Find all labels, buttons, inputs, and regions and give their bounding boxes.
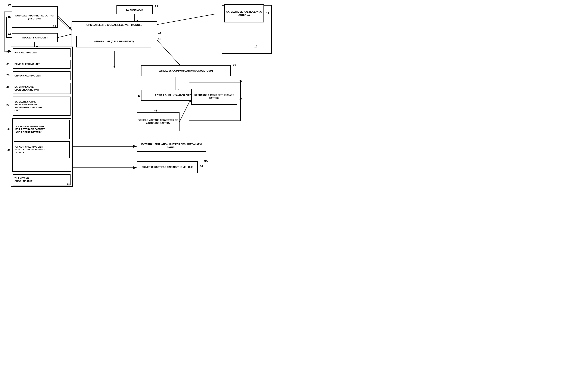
satellite-ant-box: SATELLITE SIGNAL RECEIVING ANTENNA xyxy=(224,4,264,22)
svg-line-10 xyxy=(157,14,216,25)
ign-box: IGN CHECKING UNIT xyxy=(13,48,71,57)
sat-short-box: SATELLITE SIGNALRECEIVING ANTENNASHORT/O… xyxy=(13,97,71,116)
voltage-exam-box: VOLTAGE EXAMINER UNITFOR A STORAGE BATTE… xyxy=(14,120,70,139)
ext-cover-box: EXTERNAL COVEROPEN CHECKING UNIT xyxy=(13,83,71,94)
sat-short-label: SATELLITE SIGNALRECEIVING ANTENNASHORT/O… xyxy=(15,100,42,112)
recharge-label: RECHARGE CIRCUIT OF THE SPARE BATTERY xyxy=(193,94,235,99)
power-switch-label: POWER SUPPLY SWITCH CIRCUIT xyxy=(155,94,196,97)
ref-23: 23 xyxy=(6,50,9,54)
trigger-box: TRIGGER SIGNAL UNIT xyxy=(12,33,58,42)
svg-line-11 xyxy=(58,34,72,38)
memory-box: MEMORY UNIT (A FLASH MEMORY) xyxy=(76,36,151,47)
piso-box: PARALLEL INPUT/SERIAL OUTPUT (PISO) UNIT xyxy=(12,6,58,28)
svg-line-6 xyxy=(58,16,72,29)
ref-44: 44 xyxy=(239,97,242,100)
ref-28: 28 xyxy=(67,183,70,186)
ref-45: 45 xyxy=(154,109,157,112)
keypad-label: KEYPAD LOCK xyxy=(126,8,143,11)
ref-26: 26 xyxy=(6,85,9,88)
ref-50-bracket: 50 xyxy=(205,159,208,162)
trigger-label: TRIGGER SIGNAL UNIT xyxy=(21,36,48,39)
ref-42: 42 xyxy=(7,149,10,152)
ref-25: 25 xyxy=(6,74,9,77)
external-emul-label: EXTERNAL EMULATION UNIT FOR SECURITY ALA… xyxy=(139,143,205,149)
circuit-check-label: CIRCUIT CHECKING UNITFOR A STORAGE BATTE… xyxy=(15,145,45,154)
big-left-box: IGN CHECKING UNIT 23 PANIC CHECKING UNIT… xyxy=(11,47,73,187)
tilt-box: TILT MOVINGCHECKING UNIT xyxy=(13,174,71,185)
wireless-box: WIRELESS COMMUNICATION MODULE (GSM) xyxy=(141,65,231,76)
ref-12: 12 xyxy=(266,12,269,15)
gps-box: GPS SATELLITE SIGNAL RECEIVER MODULE MEM… xyxy=(72,21,157,51)
panic-label: PANIC CHECKING UNIT xyxy=(15,63,40,66)
ref-22: 22 xyxy=(8,32,11,35)
ref-41: 41 xyxy=(7,127,10,131)
ref-10: 10 xyxy=(254,45,257,48)
ref-11: 11 xyxy=(158,31,161,34)
diagram: PARALLEL INPUT/SERIAL OUTPUT (PISO) UNIT… xyxy=(0,0,287,196)
satellite-ant-label: SATELLITE SIGNAL RECEIVING ANTENNA xyxy=(226,10,262,17)
panic-box: PANIC CHECKING UNIT xyxy=(13,60,71,69)
ref-30: 30 xyxy=(233,63,236,66)
ign-label: IGN CHECKING UNIT xyxy=(15,51,37,54)
ref-21: 21 xyxy=(53,25,56,28)
battery-group-box: VOLTAGE EXAMINER UNITFOR A STORAGE BATTE… xyxy=(12,118,71,172)
svg-line-7 xyxy=(58,18,72,31)
memory-label: MEMORY UNIT (A FLASH MEMORY) xyxy=(94,40,134,43)
circuit-check-box: CIRCUIT CHECKING UNITFOR A STORAGE BATTE… xyxy=(14,141,70,158)
gps-label: GPS SATELLITE SIGNAL RECEIVER MODULE xyxy=(86,23,142,27)
ref-40: 40 xyxy=(239,79,242,82)
ref-29: 29 xyxy=(155,5,158,8)
ref-24: 24 xyxy=(6,62,9,65)
vehicle-voltage-label: VEHICLE VOLTAGE CONVERTER OF A STORAGE B… xyxy=(139,119,178,125)
ref-20: 20 xyxy=(8,3,11,6)
recharge-box: RECHARGE CIRCUIT OF THE SPARE BATTERY xyxy=(191,89,237,105)
svg-marker-14 xyxy=(113,66,115,68)
crash-label: CRASH CHECKING UNIT xyxy=(15,74,41,77)
ref-13: 13 xyxy=(158,37,161,40)
keypad-box: KEYPAD LOCK xyxy=(117,5,153,14)
tilt-label: TILT MOVINGCHECKING UNIT xyxy=(15,177,32,183)
crash-box: CRASH CHECKING UNIT xyxy=(13,71,71,80)
vehicle-voltage-box: VEHICLE VOLTAGE CONVERTER OF A STORAGE B… xyxy=(137,112,180,131)
driver-circuit-label: DRIVER CIRCUIT FOR FINDING THE VEHICLE xyxy=(142,166,193,169)
piso-label: PARALLEL INPUT/SERIAL OUTPUT (PISO) UNIT xyxy=(14,14,56,20)
driver-circuit-box: DRIVER CIRCUIT FOR FINDING THE VEHICLE xyxy=(137,161,198,173)
ext-cover-label: EXTERNAL COVEROPEN CHECKING UNIT xyxy=(15,85,39,91)
svg-line-21 xyxy=(180,98,191,122)
external-emul-box: EXTERNAL EMULATION UNIT FOR SECURITY ALA… xyxy=(137,140,206,152)
wireless-label: WIRELESS COMMUNICATION MODULE (GSM) xyxy=(159,69,213,72)
ref-51: 51 xyxy=(200,164,203,168)
voltage-exam-label: VOLTAGE EXAMINER UNITFOR A STORAGE BATTE… xyxy=(15,125,45,134)
ref-27: 27 xyxy=(6,103,9,107)
